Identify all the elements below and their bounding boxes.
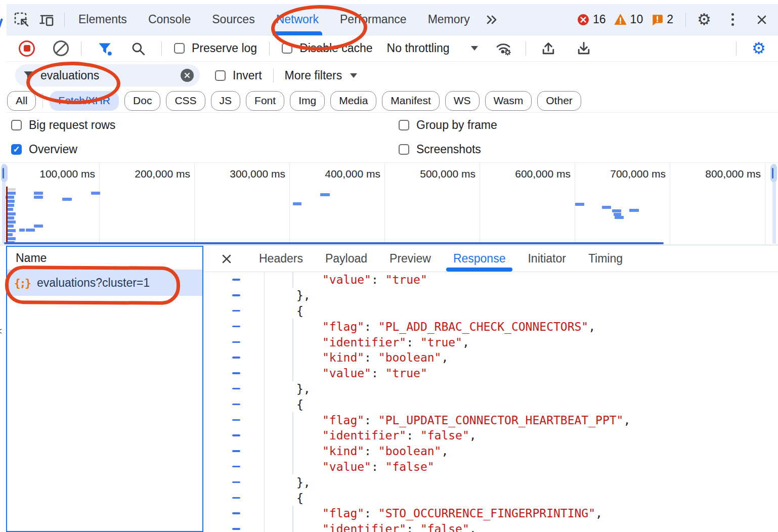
request-name: evaluations?cluster=1 [37, 276, 150, 290]
detail-tab-headers[interactable]: Headers [259, 246, 303, 272]
tab-memory[interactable]: Memory [417, 4, 481, 35]
overview-left-grip[interactable] [1, 164, 8, 182]
option-group-by-frame[interactable]: Group by frame [399, 118, 497, 132]
tab-sources[interactable]: Sources [201, 4, 265, 35]
tab-network[interactable]: Network [266, 4, 329, 35]
close-detail-icon[interactable] [221, 253, 233, 265]
code-text: "identifier": "false", [265, 429, 477, 442]
indent-guide [292, 272, 293, 288]
request-timing-bar [8, 188, 16, 191]
page-text-fragment [0, 18, 3, 31]
disable-cache-label: Disable cache [299, 41, 372, 55]
request-timing-bar [34, 196, 43, 199]
chip-css[interactable]: CSS [166, 91, 205, 111]
throttling-select[interactable]: No throttling [387, 41, 450, 55]
preserve-log-checkbox[interactable] [174, 43, 185, 54]
option-label: Overview [29, 143, 77, 156]
load-event-marker [6, 187, 8, 243]
network-settings-gear-icon[interactable]: ⚙ [748, 37, 770, 60]
warning-badge[interactable]: 10 [614, 13, 643, 26]
timeline-tick-label: 500,000 ms [384, 168, 476, 180]
chip-wasm[interactable]: Wasm [485, 91, 532, 111]
chip-all[interactable]: All [7, 91, 36, 111]
clear-network-log-button[interactable] [53, 40, 69, 56]
detail-tab-timing[interactable]: Timing [588, 246, 623, 272]
search-icon[interactable] [127, 37, 149, 60]
chip-media[interactable]: Media [330, 91, 376, 111]
close-devtools-icon[interactable] [751, 9, 773, 31]
request-timing-bar [7, 229, 16, 232]
toolbar-divider [526, 41, 526, 56]
toolbar-divider [685, 13, 686, 27]
code-line: { [203, 490, 778, 506]
network-conditions-icon[interactable] [492, 37, 514, 60]
checkbox[interactable] [399, 120, 409, 130]
inspect-element-icon[interactable] [11, 9, 33, 31]
detail-tab-initiator[interactable]: Initiator [528, 246, 566, 272]
chip-fetchxhr[interactable]: Fetch/XHR [50, 91, 119, 111]
tab-elements[interactable]: Elements [68, 4, 138, 35]
filter-icon[interactable] [94, 37, 116, 60]
chip-font[interactable]: Font [246, 91, 284, 111]
clear-filter-icon[interactable] [181, 69, 194, 82]
option-screenshots[interactable]: Screenshots [399, 143, 481, 156]
detail-tab-response[interactable]: Response [453, 246, 506, 272]
option-overview[interactable]: ✓Overview [11, 143, 77, 156]
tab-console[interactable]: Console [138, 4, 201, 35]
kebab-menu-icon[interactable] [721, 9, 744, 31]
issues-badge[interactable]: 2 [651, 13, 673, 26]
chip-img[interactable]: Img [290, 91, 325, 111]
request-timing-bar [7, 200, 15, 203]
device-toolbar-icon[interactable] [36, 9, 58, 31]
line-gutter [203, 490, 265, 506]
request-timing-bar [575, 203, 584, 206]
filter-input-value: evaluations [40, 69, 181, 82]
json-file-icon: {;} [14, 277, 30, 289]
timeline-gridline [765, 163, 765, 244]
settings-gear-icon[interactable]: ⚙ [693, 9, 715, 31]
more-filters-caret-icon[interactable] [350, 73, 357, 78]
tab-performance[interactable]: Performance [329, 4, 417, 35]
request-timing-bar [7, 212, 16, 215]
detail-tab-payload[interactable]: Payload [325, 246, 367, 272]
filter-funnel-icon [22, 69, 34, 81]
overview-right-grip[interactable] [770, 164, 777, 182]
timeline-tick-label: 800,000 ms [670, 168, 761, 180]
error-badge[interactable]: 16 [577, 13, 606, 26]
request-timing-bar [91, 192, 100, 195]
request-row[interactable]: {;} evaluations?cluster=1 [7, 270, 202, 296]
filter-input[interactable]: evaluations [15, 64, 200, 86]
code-line: "identifier": "false", [203, 521, 778, 532]
throttling-caret-icon[interactable] [471, 46, 478, 51]
toolbar-divider [736, 41, 737, 56]
checkbox[interactable] [399, 144, 409, 155]
more-filters-button[interactable]: More filters [285, 69, 342, 82]
line-gutter [203, 521, 265, 532]
chip-ws[interactable]: WS [445, 91, 480, 111]
name-column-header[interactable]: Name [7, 247, 202, 270]
indent-guide [292, 521, 293, 532]
indent-guide [292, 350, 293, 366]
timeline-tick-label: 100,000 ms [4, 168, 95, 180]
response-body-viewer[interactable]: "value": "true"},{"flag": "PL_ADD_RBAC_C… [203, 272, 778, 532]
checkbox[interactable] [11, 120, 22, 130]
invert-checkbox[interactable] [215, 70, 226, 81]
export-har-icon[interactable] [573, 37, 595, 60]
chip-doc[interactable]: Doc [124, 91, 160, 111]
more-tabs-icon[interactable] [481, 9, 503, 31]
detail-tab-preview[interactable]: Preview [390, 246, 431, 272]
option-label: Screenshots [416, 143, 481, 156]
disable-cache-checkbox[interactable] [282, 43, 292, 54]
indent-guide [292, 412, 293, 428]
checkbox[interactable]: ✓ [11, 144, 22, 155]
chip-manifest[interactable]: Manifest [382, 91, 439, 111]
request-timing-bar [612, 209, 621, 212]
request-timing-bar [7, 225, 14, 228]
code-text: "identifier": "true", [265, 336, 469, 349]
option-big-request-rows[interactable]: Big request rows [11, 118, 115, 132]
network-overview-timeline[interactable]: 100,000 ms200,000 ms300,000 ms400,000 ms… [0, 162, 778, 245]
import-har-icon[interactable] [537, 37, 559, 60]
chip-js[interactable]: JS [211, 91, 241, 111]
record-network-log-button[interactable] [19, 40, 35, 57]
chip-other[interactable]: Other [537, 91, 581, 111]
